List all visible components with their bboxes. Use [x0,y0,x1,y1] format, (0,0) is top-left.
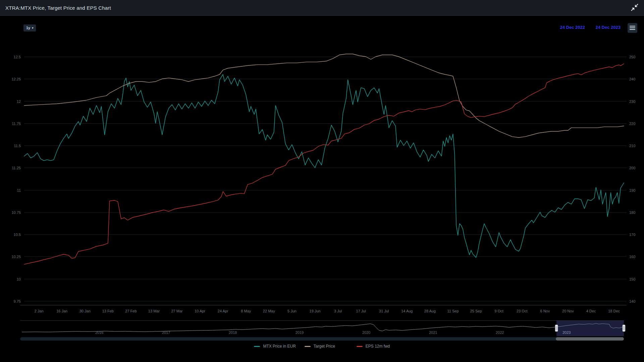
x-tick-label: 14 Aug [401,309,413,313]
y-right-tick-label: 160 [629,255,635,259]
navigator-scrollbar-track[interactable] [20,337,624,341]
x-tick-label: 10 Apr [195,309,205,313]
y-right-tick-label: 150 [629,277,635,281]
legend-swatch-eps [357,346,363,347]
series-line-eps-12m-fwd [24,64,624,264]
navigator-year-label: 2019 [296,330,304,335]
y-left-tick-label: 11.75 [12,122,21,126]
x-tick-label: 6 Nov [540,309,550,313]
navigator-handle-right[interactable] [623,325,625,331]
chart-legend: MTX Price in EUR Target Price EPS 12m fw… [0,344,644,349]
series-line-mtx-price-in-eur [24,74,624,257]
legend-item-eps[interactable]: EPS 12m fwd [357,344,390,349]
x-tick-label: 11 Sep [447,309,459,313]
y-left-tick-label: 11.5 [14,144,21,148]
chart-canvas: 12.525012.252401223011.7522011.521011.25… [0,0,644,362]
y-left-tick-label: 11 [17,188,21,192]
chart-app: XTRA:MTX Price, Target Price and EPS Cha… [0,0,644,362]
y-left-tick-label: 11.25 [12,166,21,170]
navigator-year-label: 2017 [162,330,170,335]
y-right-tick-label: 220 [629,122,635,126]
legend-item-target-price[interactable]: Target Price [305,344,335,349]
navigator-year-label: 2018 [229,330,237,335]
y-right-tick-label: 250 [629,55,635,59]
y-left-tick-label: 12.5 [14,55,21,59]
navigator-scrollbar-thumb[interactable] [556,337,624,341]
x-tick-label: 9 Oct [495,309,503,313]
navigator-handle-left[interactable] [555,325,558,331]
x-tick-label: 17 Jul [356,309,366,313]
main-grid [24,57,627,301]
y-right-tick-label: 190 [629,188,635,192]
x-tick-label: 13 Feb [102,309,114,313]
legend-swatch-target-price [305,346,311,347]
y-right-tick-label: 170 [629,233,635,237]
x-tick-label: 16 Jan [56,309,67,313]
y-left-tick-label: 10 [17,277,21,281]
x-tick-label: 5 Jun [287,309,297,313]
y-left-tick-label: 10.5 [14,233,21,237]
y-left-tick-label: 12.25 [11,77,21,81]
legend-item-mtx-price[interactable]: MTX Price in EUR [254,344,296,349]
legend-swatch-mtx-price [254,346,260,347]
x-tick-label: 30 Jan [79,309,91,313]
x-tick-label: 4 Dec [586,309,596,313]
navigator-series-line [22,323,624,332]
x-tick-label: 13 Mar [148,309,160,313]
y-left-tick-label: 9.75 [14,299,21,303]
x-tick-label: 8 May [241,309,251,313]
x-tick-label: 27 Feb [125,309,137,313]
y-left-tick-label: 10.75 [11,210,21,215]
navigator-year-label: 2016 [95,330,103,335]
y-right-tick-label: 140 [629,299,635,303]
x-tick-label: 22 May [263,309,275,313]
x-tick-label: 19 Jun [310,309,321,313]
x-tick-label: 31 Jul [379,309,389,313]
x-tick-label: 27 Mar [171,309,183,313]
navigator-year-label: 2022 [496,330,504,335]
y-right-tick-label: 230 [629,100,635,104]
x-tick-label: 28 Aug [424,309,436,313]
x-tick-label: 20 Nov [562,309,574,313]
navigator-year-label: 2020 [362,330,370,335]
navigator-year-label: 2023 [562,330,571,335]
x-tick-label: 3 Jul [334,309,342,313]
x-tick-label: 25 Sep [470,309,482,313]
navigator-year-label: 2021 [429,330,437,335]
y-right-tick-label: 240 [629,77,635,81]
legend-label: MTX Price in EUR [263,344,296,349]
series-line-target-price [24,54,624,137]
y-right-tick-label: 180 [629,210,635,215]
y-right-tick-label: 200 [629,166,635,170]
y-left-tick-label: 10.25 [11,255,21,259]
x-tick-label: 24 Apr [218,309,228,313]
x-tick-label: 2 Jan [35,309,44,313]
x-tick-label: 18 Dec [608,309,620,313]
legend-label: Target Price [314,344,335,349]
y-right-tick-label: 210 [629,144,635,148]
x-tick-label: 23 Oct [517,309,527,313]
legend-label: EPS 12m fwd [366,344,390,349]
y-left-tick-label: 12 [17,100,21,104]
